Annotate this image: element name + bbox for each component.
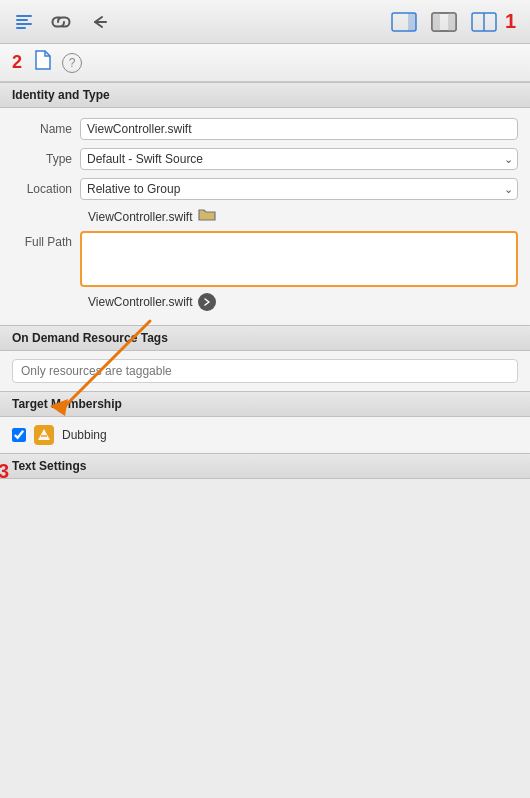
toolbar-right: 1 bbox=[385, 8, 522, 36]
name-label: Name bbox=[12, 122, 80, 136]
target-section-header: Target Membership bbox=[0, 391, 530, 417]
help-button[interactable]: ? bbox=[62, 53, 82, 73]
badge-1: 1 bbox=[505, 10, 516, 33]
identity-section-body: Name Type Default - Swift Source ⌄ bbox=[0, 108, 530, 325]
svg-rect-2 bbox=[16, 23, 32, 25]
svg-rect-3 bbox=[16, 27, 26, 29]
svg-rect-8 bbox=[432, 13, 440, 31]
filename-text: ViewController.swift bbox=[88, 210, 192, 224]
navigator-view-button[interactable] bbox=[425, 8, 463, 36]
sub-toolbar: 2 ? bbox=[0, 44, 530, 82]
location-label: Location bbox=[12, 182, 80, 196]
location-select[interactable]: Relative to Group Absolute Path Relative… bbox=[80, 178, 518, 200]
type-label: Type bbox=[12, 152, 80, 166]
on-demand-section: On Demand Resource Tags bbox=[0, 325, 530, 391]
identity-section-header: Identity and Type bbox=[0, 82, 530, 108]
text-settings-section-header: Text Settings bbox=[0, 453, 530, 479]
file-icon bbox=[32, 49, 52, 76]
full-path-input[interactable] bbox=[80, 231, 518, 287]
inspector-view-button[interactable] bbox=[385, 8, 423, 36]
svg-rect-6 bbox=[408, 13, 416, 31]
vc-link-row: ViewController.swift bbox=[88, 293, 518, 311]
vc-navigate-button[interactable] bbox=[198, 293, 216, 311]
type-field-wrap: Default - Swift Source ⌄ bbox=[80, 148, 518, 170]
location-field-wrap: Relative to Group Absolute Path Relative… bbox=[80, 178, 518, 200]
svg-rect-1 bbox=[16, 19, 28, 21]
on-demand-section-header: On Demand Resource Tags bbox=[0, 325, 530, 351]
type-row: Type Default - Swift Source ⌄ bbox=[12, 148, 518, 170]
full-path-row: Full Path bbox=[12, 231, 518, 287]
target-checkbox[interactable] bbox=[12, 428, 26, 442]
target-name: Dubbing bbox=[62, 428, 107, 442]
app-icon bbox=[34, 425, 54, 445]
name-field-wrap bbox=[80, 118, 518, 140]
svg-rect-9 bbox=[448, 13, 456, 31]
folder-icon bbox=[198, 208, 216, 225]
type-select-wrap: Default - Swift Source ⌄ bbox=[80, 148, 518, 170]
type-select[interactable]: Default - Swift Source bbox=[80, 148, 518, 170]
badge-2: 2 bbox=[12, 52, 22, 73]
target-section: Target Membership Dubbing 3 bbox=[0, 391, 530, 453]
identity-section: Identity and Type Name Type Default - Sw… bbox=[0, 82, 530, 325]
link-button[interactable] bbox=[44, 9, 78, 35]
location-select-wrap: Relative to Group Absolute Path Relative… bbox=[80, 178, 518, 200]
toolbar-left bbox=[8, 9, 116, 35]
name-input[interactable] bbox=[80, 118, 518, 140]
svg-rect-0 bbox=[16, 15, 32, 17]
target-section-body: Dubbing 3 bbox=[0, 417, 530, 453]
split-view-button[interactable] bbox=[465, 8, 503, 36]
tags-input[interactable] bbox=[12, 359, 518, 383]
filename-row: ViewController.swift bbox=[88, 208, 518, 225]
back-arrow-button[interactable] bbox=[82, 9, 116, 35]
full-path-label: Full Path bbox=[12, 231, 80, 249]
vc-link-text: ViewController.swift bbox=[88, 295, 192, 309]
location-row: Location Relative to Group Absolute Path… bbox=[12, 178, 518, 200]
toolbar: 1 bbox=[0, 0, 530, 44]
membership-row: Dubbing 3 bbox=[12, 425, 518, 445]
name-row: Name bbox=[12, 118, 518, 140]
align-left-button[interactable] bbox=[8, 9, 40, 35]
on-demand-section-body bbox=[0, 351, 530, 391]
text-settings-section: Text Settings bbox=[0, 453, 530, 479]
badge-3: 3 bbox=[0, 460, 9, 483]
